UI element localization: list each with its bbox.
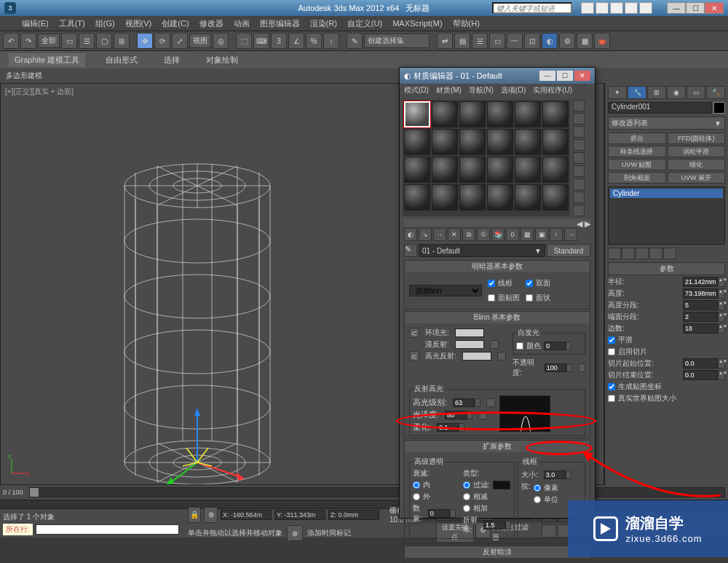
select-move-button[interactable]: ✥ [137, 33, 153, 49]
render-setup-button[interactable]: ⚙ [559, 33, 575, 49]
select-by-name-button[interactable]: ☰ [79, 33, 95, 49]
ambient-color-swatch[interactable] [455, 328, 484, 337]
assign-to-selection-icon[interactable]: → [433, 228, 446, 241]
video-check-icon[interactable] [573, 152, 585, 164]
spinner-slice-from[interactable]: ▲▼ [683, 358, 725, 369]
checkbox-slice-on[interactable] [608, 348, 615, 355]
sample-slot-16[interactable] [487, 157, 513, 183]
mirror-button[interactable]: ⇄ [437, 33, 453, 49]
select-rotate-button[interactable]: ⟳ [154, 33, 170, 49]
material-editor-button[interactable]: ◐ [542, 33, 558, 49]
window-crossing-button[interactable]: ⊞ [114, 33, 130, 49]
lock-selection-icon[interactable]: 🔒 [188, 507, 201, 523]
matmap-nav-icon[interactable] [573, 205, 585, 216]
cb-2sided[interactable] [526, 280, 533, 287]
rollout-blinn-basic[interactable]: Blinn 基本参数 [405, 312, 590, 323]
sample-slot-3[interactable] [459, 101, 486, 127]
sample-slot-22[interactable] [487, 184, 513, 210]
mat-menu-utils[interactable]: 实用程序(U) [533, 85, 572, 95]
diffuse-map-button[interactable] [490, 340, 499, 349]
keyboard-shortcut-button[interactable]: ⌨ [253, 33, 269, 49]
spinner-gloss[interactable] [445, 411, 472, 420]
lock-specular-icon[interactable]: ⊂ [409, 351, 419, 361]
ribbon-tab-freeform[interactable]: 自由形式 [100, 53, 143, 67]
add-time-tag-label[interactable]: 添加时间标记 [307, 528, 351, 538]
sample-type-icon[interactable] [573, 100, 585, 111]
sample-slot-18[interactable] [542, 157, 569, 183]
filter-color-swatch[interactable] [493, 481, 510, 489]
cb-selfillum-color[interactable] [516, 342, 523, 350]
lock-ambient-icon[interactable]: ⊂ [409, 328, 419, 338]
sample-slot-6[interactable] [542, 101, 569, 127]
go-sibling-icon[interactable]: → [564, 228, 577, 241]
material-type-button[interactable]: Standard [547, 244, 590, 257]
shader-type-select[interactable]: (B)Blinn [409, 285, 482, 296]
viewport-label[interactable]: [+][正交][真实 + 边面] [5, 87, 74, 97]
sample-slot-11[interactable] [515, 129, 541, 155]
show-end-result-icon[interactable] [622, 248, 635, 259]
modifier-stack[interactable]: Cylinder [608, 186, 725, 245]
menu-customize[interactable]: 自定义(U) [347, 18, 382, 29]
spinner-cseg[interactable]: ▲▼ [683, 312, 725, 322]
sample-slot-17[interactable] [515, 157, 541, 183]
radio-filter[interactable] [463, 481, 470, 489]
checkbox-smooth[interactable] [608, 336, 615, 344]
menu-edit[interactable]: 编辑(E) [22, 18, 49, 29]
mat-menu-options[interactable]: 选项(O) [501, 85, 526, 95]
spinner-spec-level[interactable] [453, 398, 480, 407]
select-scale-button[interactable]: ⤢ [172, 33, 188, 49]
menu-group[interactable]: 组(G) [95, 18, 115, 29]
make-preview-icon[interactable] [573, 165, 585, 177]
mat-minimize-button[interactable]: — [539, 71, 555, 81]
stack-item-cylinder[interactable]: Cylinder [610, 189, 723, 198]
radio-in[interactable] [413, 481, 420, 489]
coord-x[interactable] [221, 510, 272, 520]
mod-bevel-profile[interactable]: 剖角截面 [608, 172, 666, 184]
timeline[interactable]: 0 / 100 [0, 485, 728, 500]
render-frame-button[interactable]: ▦ [577, 33, 593, 49]
put-to-scene-icon[interactable]: ↘ [419, 228, 432, 241]
infocenter-icon[interactable] [581, 2, 594, 14]
select-object-button[interactable]: ▭ [61, 33, 77, 49]
tab-modify-icon[interactable]: 🔧 [628, 86, 646, 99]
spinner-size[interactable] [544, 471, 571, 479]
radio-additive[interactable] [463, 505, 470, 512]
percent-snap-button[interactable]: % [306, 33, 322, 49]
select-manipulate-button[interactable]: ⬚ [236, 33, 252, 49]
ribbon-tab-modeling[interactable]: Graphite 建模工具 [9, 53, 85, 67]
options-icon[interactable] [573, 178, 585, 190]
ribbon-toggle-button[interactable]: ▭ [489, 33, 505, 49]
backlight-icon[interactable] [573, 113, 585, 125]
sample-slot-20[interactable] [432, 184, 458, 210]
sample-slot-21[interactable] [459, 184, 486, 210]
render-button[interactable]: 🫖 [594, 33, 610, 49]
spinner-selfillum[interactable] [544, 342, 571, 350]
sample-uv-icon[interactable] [573, 139, 585, 151]
material-editor-titlebar[interactable]: ◐ 材质编辑器 - 01 - Default — ☐ ✕ [400, 68, 595, 84]
cb-facemap[interactable] [488, 294, 495, 302]
rollout-shader-basic[interactable]: 明暗器基本参数 [405, 261, 590, 272]
configure-sets-icon[interactable] [663, 248, 676, 259]
mod-tessellate[interactable]: 细化 [668, 159, 726, 170]
minimize-button[interactable]: — [667, 2, 686, 14]
background-icon[interactable] [573, 126, 585, 138]
menu-create[interactable]: 创建(C) [162, 18, 189, 29]
ribbon-tab-paint[interactable]: 对象绘制 [200, 53, 244, 67]
help-icon[interactable] [639, 2, 652, 14]
menu-help[interactable]: 帮助(H) [453, 18, 480, 29]
layer-manager-button[interactable]: ☱ [472, 33, 488, 49]
reset-map-icon[interactable]: ✕ [448, 228, 461, 241]
ribbon-panel-polymodel[interactable]: 多边形建模 [0, 68, 728, 83]
tab-utilities-icon[interactable]: 🔨 [706, 86, 725, 99]
maxscript-listener-input[interactable] [36, 524, 179, 535]
schematic-view-button[interactable]: ⊡ [524, 33, 540, 49]
sample-slot-9[interactable] [459, 129, 486, 155]
spinner-sides[interactable]: ▲▼ [683, 323, 725, 334]
mod-ffd[interactable]: FFD(圆柱体) [668, 133, 726, 144]
menu-graph-editors[interactable]: 图形编辑器 [260, 18, 300, 29]
sample-slot-19[interactable] [404, 184, 430, 210]
mat-maximize-button[interactable]: ☐ [557, 71, 573, 81]
sample-slot-24[interactable] [542, 184, 569, 210]
object-name-field[interactable]: Cylinder001 [608, 102, 712, 114]
tab-motion-icon[interactable]: ◉ [667, 86, 686, 99]
